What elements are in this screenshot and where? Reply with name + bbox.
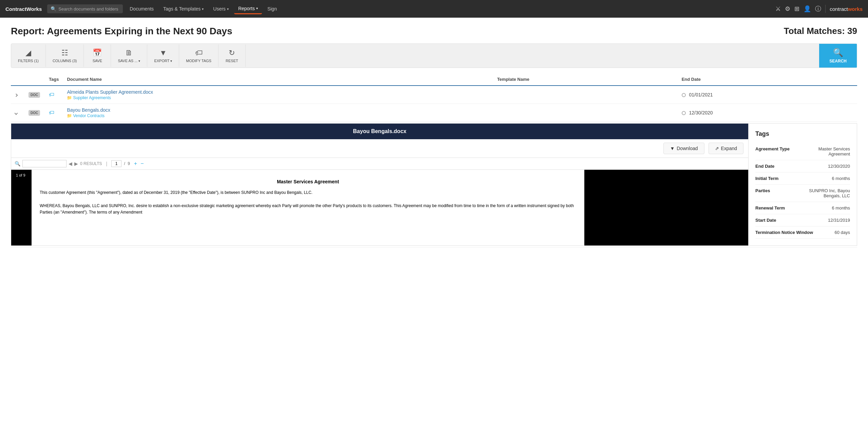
brand-logo-highlight: works [848, 6, 863, 12]
columns-button[interactable]: ☷ COLUMNS (3) [46, 44, 84, 67]
save-icon: 📅 [93, 49, 102, 57]
page-indicator: 1 of 9 [14, 172, 27, 178]
zoom-in-icon[interactable]: + [134, 161, 137, 167]
row-template-2 [493, 104, 678, 122]
total-matches: Total Matches: 39 [784, 26, 857, 36]
doc-content-p1: This customer Agreement (this "Agreement… [40, 189, 576, 196]
filters-button[interactable]: ◢ FILTERS (1) [11, 44, 46, 67]
doc-preview-toolbar: ▼ Download ⇗ Expand [11, 139, 748, 158]
doc-preview-container: Bayou Bengals.docx ▼ Download ⇗ Expand [11, 124, 748, 245]
page-header: Report: Agreements Expiring in the Next … [11, 26, 857, 37]
nav-reports[interactable]: Reports ▾ [234, 4, 262, 14]
end-date-circle [682, 93, 686, 97]
navbar: ContractWorks 🔍 Documents Tags & Templat… [0, 0, 868, 18]
row-template-1 [493, 86, 678, 104]
nav-sign[interactable]: Sign [263, 4, 281, 14]
expand-button[interactable]: ⇗ Expand [709, 143, 743, 154]
tag-icon: 🏷 [49, 110, 54, 115]
page-separator: / [123, 161, 126, 166]
row-name-1: Almeida Plants Supplier Agreement.docx 📁… [63, 86, 493, 104]
folder-icon: 📁 [67, 95, 72, 100]
grid-icon[interactable]: ⊞ [794, 5, 799, 13]
doc-content-p2: WHEREAS, Bayou Bengals, LLC and SUNPRO, … [40, 203, 576, 216]
download-button[interactable]: ▼ Download [663, 143, 704, 154]
chevron-down-icon: ▾ [202, 7, 204, 11]
modify-tags-button[interactable]: 🏷 MODIFY TAGS [179, 44, 219, 67]
row-badge-1: DOC [24, 86, 45, 104]
zoom-out-icon[interactable]: − [140, 161, 144, 167]
chevron-down-icon: ▾ [227, 7, 229, 11]
gear-icon[interactable]: ⚙ [785, 5, 790, 13]
th-badge [24, 73, 45, 86]
row-tag-2[interactable]: 🏷 [45, 104, 63, 122]
table-row: DOC 🏷 Almeida Plants Supplier Agreement.… [11, 86, 857, 104]
page-title: Report: Agreements Expiring in the Next … [11, 26, 232, 37]
export-icon: ▼ [159, 49, 167, 57]
help-icon[interactable]: ⓘ [815, 5, 821, 13]
folder-link-2[interactable]: 📁 Vendor Contracts [67, 113, 489, 118]
row-tag-1[interactable]: 🏷 [45, 86, 63, 104]
folder-icon: 📁 [67, 113, 72, 118]
contractworks-logo: contractworks [830, 6, 863, 12]
th-expand [11, 73, 24, 86]
expanded-panel: Bayou Bengals.docx ▼ Download ⇗ Expand [11, 123, 857, 246]
reset-icon: ↻ [229, 49, 235, 57]
th-template-name: Template Name [493, 73, 678, 86]
tag-icon: 🏷 [195, 49, 203, 57]
preview-search-input[interactable] [22, 160, 67, 167]
expanded-panel-cell: Bayou Bengals.docx ▼ Download ⇗ Expand [11, 122, 857, 248]
th-document-name: Document Name [63, 73, 493, 86]
page-number-input[interactable] [111, 160, 121, 167]
next-result-icon[interactable]: ▶ [74, 161, 78, 166]
search-icon: 🔍 [833, 48, 843, 57]
doc-name-link-1[interactable]: Almeida Plants Supplier Agreement.docx [67, 89, 153, 95]
th-tags: Tags [45, 73, 63, 86]
search-icon: 🔍 [15, 161, 20, 166]
brand-name: ContractWorks [5, 6, 42, 12]
doc-preview-body: 1 of 9 Master Services Agreement This cu… [11, 170, 748, 245]
save-as-button[interactable]: 🗎 SAVE AS ... ▾ [111, 44, 147, 67]
expanded-panel-row: Bayou Bengals.docx ▼ Download ⇗ Expand [11, 122, 857, 248]
nav-divider [825, 5, 826, 13]
save-button[interactable]: 📅 SAVE [84, 44, 111, 67]
tag-row-initial-term: Initial Term 6 months [755, 172, 850, 185]
search-button[interactable]: 🔍 SEARCH [819, 44, 857, 68]
search-results-text: 0 RESULTS [80, 161, 102, 166]
prev-result-icon[interactable]: ◀ [69, 161, 72, 166]
search-icon: 🔍 [51, 6, 56, 12]
columns-icon: ☷ [61, 49, 68, 57]
tag-icon: 🏷 [49, 92, 54, 97]
flask-icon[interactable]: ⚔ [775, 5, 781, 13]
row-end-date-1: 01/01/2021 [678, 86, 857, 104]
expand-icon: ⇗ [715, 146, 719, 151]
row-badge-2: DOC [24, 104, 45, 122]
chevron-down-icon: ▾ [256, 6, 258, 10]
folder-link-1[interactable]: 📁 Supplier Agreements [67, 95, 489, 100]
save-as-icon: 🗎 [125, 49, 133, 57]
results-table: Tags Document Name Template Name End Dat… [11, 73, 857, 248]
th-end-date: End Date [678, 73, 857, 86]
export-button[interactable]: ▼ EXPORT ▾ [147, 44, 179, 67]
nav-tags-templates[interactable]: Tags & Templates ▾ [159, 4, 208, 14]
doc-content-title: Master Services Agreement [40, 178, 576, 185]
nav-users[interactable]: Users ▾ [209, 4, 233, 14]
doc-name-link-2[interactable]: Bayou Bengals.docx [67, 107, 110, 113]
row-name-2: Bayou Bengals.docx 📁 Vendor Contracts [63, 104, 493, 122]
search-bar[interactable]: 🔍 [47, 4, 123, 13]
nav-documents[interactable]: Documents [126, 4, 158, 14]
page-nav: / 9 [111, 160, 130, 167]
doc-left-margin: 1 of 9 [11, 170, 32, 245]
reset-button[interactable]: ↻ RESET [219, 44, 246, 67]
end-date-circle [682, 111, 686, 115]
tag-row-renewal-term: Renewal Term 6 months [755, 202, 850, 214]
user-icon[interactable]: 👤 [804, 5, 811, 13]
search-input[interactable] [58, 6, 119, 12]
nav-links: Documents Tags & Templates ▾ Users ▾ Rep… [126, 4, 773, 14]
row-end-date-2: 12/30/2020 [678, 104, 857, 122]
row-expand-2[interactable] [11, 104, 24, 122]
tag-row-agreement-type: Agreement Type Master Services Agreement [755, 143, 850, 160]
row-expand-1[interactable] [11, 86, 24, 104]
tag-row-termination-window: Termination Notice Window 60 days [755, 226, 850, 239]
tag-row-end-date: End Date 12/30/2020 [755, 160, 850, 172]
doc-preview-header: Bayou Bengals.docx [11, 124, 748, 139]
